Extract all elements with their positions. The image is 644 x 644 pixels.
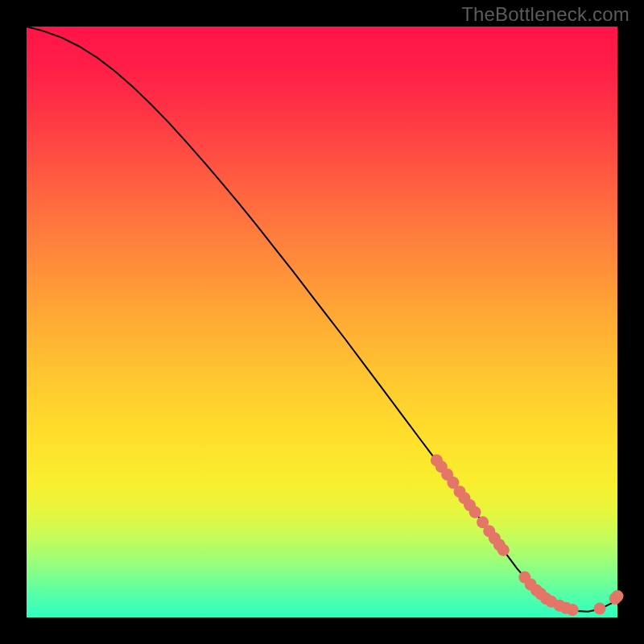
bottleneck-curve-path — [27, 27, 617, 612]
data-marker — [497, 544, 510, 556]
data-marker — [612, 590, 624, 602]
data-marker — [594, 603, 606, 615]
plot-area — [27, 27, 617, 617]
watermark-label: TheBottleneck.com — [461, 3, 630, 26]
data-marker — [567, 604, 579, 616]
data-marker — [469, 506, 481, 518]
marker-layer — [431, 454, 624, 616]
chart-frame: TheBottleneck.com — [0, 0, 644, 644]
chart-overlay — [27, 27, 617, 617]
